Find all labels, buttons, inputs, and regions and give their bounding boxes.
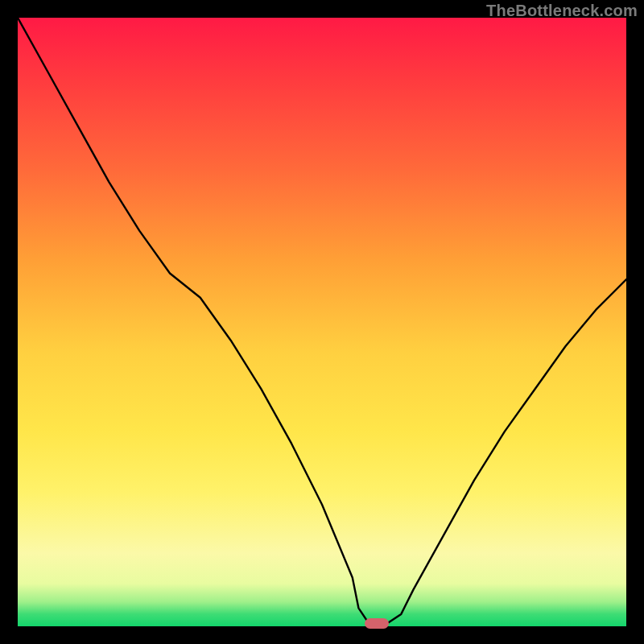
minimum-marker (365, 618, 389, 629)
watermark-text: TheBottleneck.com (486, 2, 638, 20)
bottleneck-curve (18, 18, 626, 626)
chart-frame: TheBottleneck.com (0, 0, 644, 644)
plot-area (18, 18, 626, 626)
